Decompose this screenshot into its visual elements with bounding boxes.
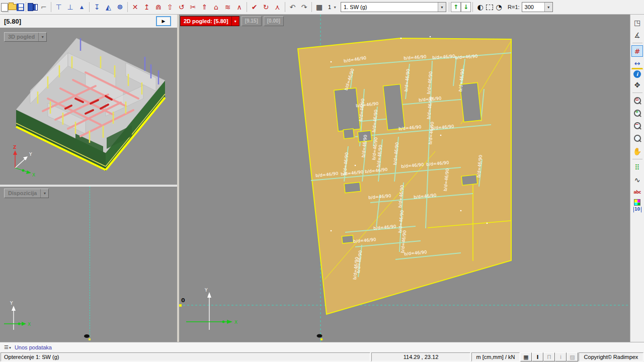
cursor-coordinates: 114.29 , 23.12: [371, 352, 470, 361]
level-title: [5.80]: [4, 18, 21, 25]
table-icon[interactable]: ▦: [313, 2, 325, 13]
pan-hand-icon[interactable]: ✋: [631, 145, 643, 157]
grid-axis-line: [90, 187, 90, 336]
svg-text:0: 0: [181, 297, 185, 304]
polyline-icon[interactable]: ∿: [631, 174, 643, 186]
zoom-out-icon[interactable]: −: [631, 120, 643, 132]
support-pinned-icon[interactable]: ⊥: [64, 2, 76, 13]
view-3d-panel[interactable]: 3D pogled ▼: [0, 28, 177, 186]
svg-text:Z: Z: [13, 145, 17, 150]
load-case-status: Opterećenje 1: SW (g): [1, 352, 370, 361]
dispozicija-dropdown[interactable]: Dispozicija ▼: [4, 189, 49, 198]
scale-value: 300: [522, 4, 544, 10]
copy-level-icon[interactable]: ⋒: [152, 2, 164, 13]
repeat-op-icon[interactable]: ↻: [260, 2, 272, 13]
load-case-value: 1. SW (g): [341, 4, 438, 10]
level-select[interactable]: 1 ▼: [327, 2, 338, 12]
new-file-icon[interactable]: [1, 3, 8, 12]
model-3d-canvas[interactable]: Z Y X: [0, 28, 177, 186]
slab-panel-icon[interactable]: [33, 4, 38, 11]
contrast-icon[interactable]: ◐: [474, 2, 486, 13]
support-fixed-icon[interactable]: ⊤: [53, 2, 64, 13]
svg-text:Y: Y: [29, 152, 32, 157]
scale-select[interactable]: 300 ▼: [522, 2, 553, 12]
delete-mesh-icon[interactable]: ✕: [129, 2, 141, 13]
left-panel-titlebar: [5.80] ▶: [0, 15, 177, 28]
main-2d-view[interactable]: b/d=46/90b/d=46/90b/d=46/90b/d=46/90b/d=…: [179, 15, 630, 342]
info-lines-toggle[interactable]: ⅰ: [555, 352, 567, 361]
selection-box-icon[interactable]: [486, 5, 493, 10]
axis-labels-toggle[interactable]: I: [532, 352, 543, 361]
tab-level-000[interactable]: [0.00]: [264, 16, 284, 26]
svg-text:Y: Y: [204, 288, 208, 293]
accept-icon[interactable]: ✔: [249, 2, 260, 13]
zoom-in-icon[interactable]: +: [631, 108, 643, 119]
menu-icon[interactable]: ☰▼: [4, 344, 12, 350]
palette-icon[interactable]: [634, 199, 640, 206]
pattern-icon[interactable]: ≋: [222, 2, 233, 13]
chevron-up-icon[interactable]: ∧: [233, 2, 245, 13]
frame-toggle[interactable]: Π: [543, 352, 555, 361]
raise-block-icon[interactable]: ⇧: [164, 2, 176, 13]
load-case-select[interactable]: 1. SW (g) ▼: [341, 2, 446, 12]
status-bar: Opterećenje 1: SW (g) 114.29 , 23.12 m […: [0, 352, 644, 362]
svg-text:X: X: [234, 320, 237, 325]
play-button[interactable]: ▶: [156, 16, 171, 26]
units-indicator[interactable]: m [cm,mm] / kN: [471, 352, 520, 361]
right-toolbar: ◳∡#↔i✥⌂+−✋⠿∿abc10: [630, 15, 644, 342]
beam-icon[interactable]: ⌐: [38, 2, 49, 13]
grid-toggle[interactable]: ▦: [520, 352, 532, 361]
redo-icon[interactable]: ↷: [298, 2, 310, 13]
axis-end-marker: [84, 334, 90, 338]
move-view-icon[interactable]: ✥: [631, 79, 643, 90]
extrude-icon[interactable]: ⇑: [199, 2, 210, 13]
zoom-home-icon[interactable]: ⌂: [631, 95, 643, 107]
save-icon[interactable]: [17, 4, 24, 11]
level-down-icon[interactable]: ↓: [461, 2, 471, 12]
tab-2d-view-active[interactable]: 2D pogled: [5.80] ▼: [180, 16, 239, 26]
import-level-icon[interactable]: ↧: [91, 2, 103, 13]
view3d-dropdown[interactable]: 3D pogled ▼: [4, 32, 47, 42]
move-up-icon[interactable]: ↥: [141, 2, 152, 13]
cut-icon[interactable]: ✂: [187, 2, 199, 13]
info-icon[interactable]: i: [633, 70, 641, 78]
mode-label: Unos podataka: [15, 344, 52, 350]
top-toolbar: ⌐⊤⊥▲↧◭☸✕↥⋒⇧↺✂⇑⌂≋∧✔↻⋏↶↷▦ 1 ▼ 1. SW (g) ▼ …: [0, 0, 644, 15]
left-column: [5.80] ▶ 3D pogled ▼: [0, 15, 177, 342]
undo-icon[interactable]: ↶: [287, 2, 298, 13]
chevron-down-icon: ▼: [40, 189, 48, 198]
orbit-icon[interactable]: ◔: [493, 2, 505, 13]
origin-tick: [89, 338, 91, 340]
level-up-icon[interactable]: ↑: [451, 2, 461, 12]
dimension-10-icon[interactable]: 10: [633, 207, 641, 213]
support-roller-icon[interactable]: ▲: [76, 2, 88, 13]
level-value: 1: [328, 4, 331, 10]
view-tabs: 2D pogled: [5.80] ▼ [9.15] [0.00]: [180, 16, 284, 26]
chevron-down-icon: ▼: [231, 17, 239, 26]
text-icon[interactable]: abc: [631, 187, 643, 198]
chevron-down-icon: ▼: [438, 3, 446, 12]
axis-triad-3d: Z Y X: [13, 145, 35, 177]
axis-2d: Y X: [0, 299, 40, 339]
regen-icon[interactable]: ⠿: [631, 161, 643, 173]
open-folder-icon[interactable]: [8, 4, 17, 10]
chevron-down-icon: ▼: [544, 3, 552, 12]
plan-canvas[interactable]: b/d=46/90b/d=46/90b/d=46/90b/d=46/90b/d=…: [179, 15, 630, 342]
dispozicija-panel[interactable]: Dispozicija ▼ Y X: [0, 187, 177, 342]
rotate-copy-icon[interactable]: ↺: [176, 2, 187, 13]
chevron-down-icon: ▼: [333, 6, 337, 9]
snap-grid-icon[interactable]: #: [631, 45, 643, 57]
rotate-plane-icon[interactable]: ☸: [114, 2, 126, 13]
wall-panel-icon[interactable]: [28, 3, 33, 11]
angle-icon[interactable]: ∡: [631, 29, 643, 41]
surface-load-icon[interactable]: ◭: [103, 2, 114, 13]
tab-level-915[interactable]: [9.15]: [242, 16, 262, 26]
dimension-icon[interactable]: ↔: [631, 58, 643, 69]
svg-text:X: X: [28, 322, 31, 327]
zoom-icon[interactable]: [631, 133, 643, 144]
roof-icon[interactable]: ⌂: [210, 2, 222, 13]
svg-text:X: X: [32, 172, 35, 177]
zoom-window-icon[interactable]: ◳: [631, 17, 643, 28]
hatch-toggle[interactable]: ▨: [567, 352, 578, 361]
stack-icon[interactable]: ⋏: [272, 2, 283, 13]
